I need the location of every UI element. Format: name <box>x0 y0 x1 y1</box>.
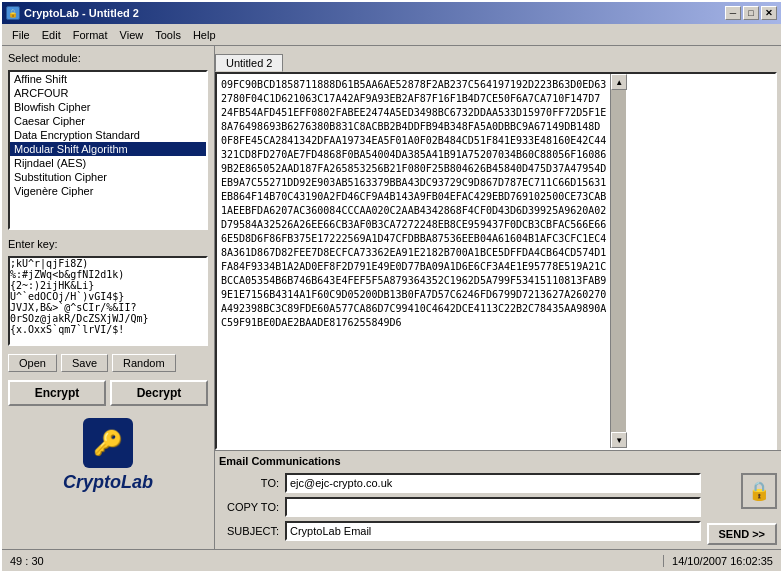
cc-input[interactable] <box>285 497 701 517</box>
list-item-des[interactable]: Data Encryption Standard <box>10 128 206 142</box>
list-item-modular[interactable]: Modular Shift Algorithm <box>10 142 206 156</box>
menu-tools[interactable]: Tools <box>149 27 187 43</box>
minimize-button[interactable]: ─ <box>725 6 741 20</box>
scroll-track[interactable] <box>611 90 626 432</box>
save-button[interactable]: Save <box>61 354 108 372</box>
scroll-up-button[interactable]: ▲ <box>611 74 627 90</box>
module-label: Select module: <box>8 52 208 64</box>
title-bar: 🔒 CryptoLab - Untitled 2 ─ □ ✕ <box>2 2 781 24</box>
status-datetime: 14/10/2007 16:02:35 <box>664 555 781 567</box>
list-item-affine[interactable]: Affine Shift <box>10 72 206 86</box>
document-tab[interactable]: Untitled 2 <box>215 54 283 72</box>
maximize-button[interactable]: □ <box>743 6 759 20</box>
lock-icon[interactable]: 🔒 <box>741 473 777 509</box>
to-label: TO: <box>215 477 285 489</box>
email-actions: 🔒 SEND >> <box>701 473 777 545</box>
right-panel: Untitled 2 09FC90BCD1858711888D61B5AA6AE… <box>215 46 781 549</box>
open-button[interactable]: Open <box>8 354 57 372</box>
key-label: Enter key: <box>8 238 208 250</box>
menu-file[interactable]: File <box>6 27 36 43</box>
status-bar: 49 : 30 14/10/2007 16:02:35 <box>2 549 781 571</box>
email-panel: Email Communications TO: COPY TO: SUBJEC… <box>215 450 781 549</box>
menu-format[interactable]: Format <box>67 27 114 43</box>
main-window: 🔒 CryptoLab - Untitled 2 ─ □ ✕ File Edit… <box>0 0 783 573</box>
status-position: 49 : 30 <box>2 555 664 567</box>
cipher-output: 09FC90BCD1858711888D61B5AA6AE52878F2AB23… <box>217 74 610 448</box>
window-title: CryptoLab - Untitled 2 <box>24 7 725 19</box>
main-content: Select module: Affine Shift ARCFOUR Blow… <box>2 46 781 549</box>
list-item-arcfour[interactable]: ARCFOUR <box>10 86 206 100</box>
cc-label: COPY TO: <box>215 501 285 513</box>
cc-row: COPY TO: <box>215 497 701 517</box>
menu-help[interactable]: Help <box>187 27 222 43</box>
key-input[interactable] <box>8 256 208 346</box>
list-item-vigenere[interactable]: Vigenère Cipher <box>10 184 206 198</box>
crypto-buttons: Encrypt Decrypt <box>8 380 208 406</box>
window-controls: ─ □ ✕ <box>725 6 777 20</box>
vertical-scrollbar[interactable]: ▲ ▼ <box>610 74 626 448</box>
to-row: TO: <box>215 473 701 493</box>
email-fields: TO: COPY TO: SUBJECT: <box>215 473 701 545</box>
scroll-down-button[interactable]: ▼ <box>611 432 627 448</box>
key-buttons: Open Save Random <box>8 354 208 372</box>
left-panel: Select module: Affine Shift ARCFOUR Blow… <box>2 46 215 549</box>
logo-area: 🔑 CryptoLab <box>8 418 208 493</box>
logo-icon: 🔑 <box>83 418 133 468</box>
subject-label: SUBJECT: <box>215 525 285 537</box>
decrypt-button[interactable]: Decrypt <box>110 380 208 406</box>
close-button[interactable]: ✕ <box>761 6 777 20</box>
random-button[interactable]: Random <box>112 354 176 372</box>
menu-edit[interactable]: Edit <box>36 27 67 43</box>
tab-strip: Untitled 2 <box>215 46 781 72</box>
to-input[interactable] <box>285 473 701 493</box>
send-button[interactable]: SEND >> <box>707 523 777 545</box>
list-item-blowfish[interactable]: Blowfish Cipher <box>10 100 206 114</box>
encrypt-button[interactable]: Encrypt <box>8 380 106 406</box>
logo-text: CryptoLab <box>63 472 153 493</box>
subject-row: SUBJECT: <box>215 521 701 541</box>
cipher-output-area: 09FC90BCD1858711888D61B5AA6AE52878F2AB23… <box>215 72 777 450</box>
list-item-caesar[interactable]: Caesar Cipher <box>10 114 206 128</box>
menu-bar: File Edit Format View Tools Help <box>2 24 781 46</box>
app-icon: 🔒 <box>6 6 20 20</box>
list-item-aes[interactable]: Rijndael (AES) <box>10 156 206 170</box>
subject-input[interactable] <box>285 521 701 541</box>
cipher-listbox[interactable]: Affine Shift ARCFOUR Blowfish Cipher Cae… <box>8 70 208 230</box>
list-item-substitution[interactable]: Substitution Cipher <box>10 170 206 184</box>
menu-view[interactable]: View <box>114 27 150 43</box>
email-title: Email Communications <box>215 455 777 467</box>
